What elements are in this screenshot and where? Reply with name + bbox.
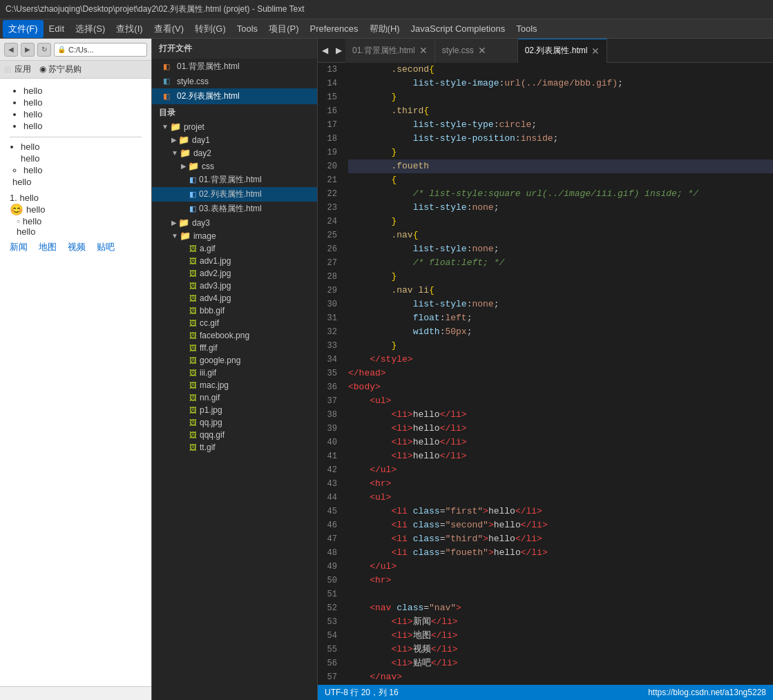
tree-file-adv3[interactable]: 🖼adv3.jpg bbox=[152, 280, 317, 292]
tree-file-p1[interactable]: 🖼p1.jpg bbox=[152, 404, 317, 416]
tree-file-nn[interactable]: 🖼nn.gif bbox=[152, 391, 317, 404]
code-area[interactable]: .second{ list-style-image:url(../image/b… bbox=[343, 63, 773, 685]
code-line-35: </head> bbox=[348, 367, 773, 380]
tree-file-qq[interactable]: 🖼qq.jpg bbox=[152, 416, 317, 429]
menu-view[interactable]: 查看(V) bbox=[149, 20, 189, 38]
refresh-button[interactable]: ↻ bbox=[37, 43, 51, 57]
tree-item-label: iii.gif bbox=[200, 368, 216, 378]
code-line-49: </ul> bbox=[348, 560, 773, 574]
tree-item-label: facebook.png bbox=[200, 331, 249, 340]
open-file-02[interactable]: ◧ 02.列表属性.html bbox=[152, 88, 317, 104]
tree-item-label: tt.gif bbox=[200, 443, 216, 452]
img-icon: 🖼 bbox=[189, 319, 197, 327]
tree-file-01bg[interactable]: ◧ 01.背景属性.html bbox=[152, 173, 317, 187]
tab-02list[interactable]: 02.列表属性.html ✕ bbox=[518, 39, 608, 63]
tree-item-label: day3 bbox=[192, 218, 210, 228]
ul-styled: hello hello hello hello bbox=[10, 142, 142, 187]
code-line-45: <li class="first">hello</li> bbox=[348, 505, 773, 518]
chevron-down-icon3: ▼ bbox=[171, 232, 178, 240]
tree-file-03table[interactable]: ◧ 03.表格属性.html bbox=[152, 202, 317, 216]
ul-basic: hello hello hello hello bbox=[23, 86, 142, 131]
list-item-first: hello bbox=[21, 142, 142, 152]
code-line-14: list-style-image:url(../image/bbb.gif); bbox=[348, 77, 773, 90]
nav-link-news[interactable]: 新闻 bbox=[10, 241, 28, 253]
tab-prev-button[interactable]: ◀ bbox=[318, 39, 332, 63]
menu-preferences[interactable]: Preferences bbox=[304, 21, 363, 37]
code-line-56: <li>贴吧</li> bbox=[348, 657, 773, 670]
nav-link-map[interactable]: 地图 bbox=[39, 241, 57, 253]
tree-projet[interactable]: ▼ 📁 projet bbox=[152, 120, 317, 133]
html-file-icon: ◧ bbox=[163, 62, 174, 72]
open-file-01-name: 01.背景属性.html bbox=[177, 61, 240, 72]
tree-day3[interactable]: ▶ 📁 day3 bbox=[152, 216, 317, 229]
back-button[interactable]: ◀ bbox=[4, 43, 18, 57]
tab-close-01[interactable]: ✕ bbox=[419, 45, 428, 56]
list-item: hello bbox=[23, 86, 142, 96]
tree-day1[interactable]: ▶ 📁 day1 bbox=[152, 133, 317, 146]
folder-icon: 📁 bbox=[180, 148, 191, 158]
chevron-right-icon: ▶ bbox=[171, 136, 177, 144]
tree-file-iii[interactable]: 🖼iii.gif bbox=[152, 367, 317, 379]
menu-js-completions[interactable]: JavaScript Completions bbox=[405, 21, 511, 37]
menu-goto[interactable]: 转到(G) bbox=[189, 20, 231, 38]
tree-file-bbb[interactable]: 🖼bbb.gif bbox=[152, 304, 317, 317]
menu-file[interactable]: 文件(F) bbox=[3, 20, 44, 38]
menu-help[interactable]: 帮助(H) bbox=[364, 20, 405, 38]
tab-close-style[interactable]: ✕ bbox=[478, 45, 486, 56]
code-line-15: } bbox=[348, 90, 773, 104]
open-file-style[interactable]: ◧ style.css bbox=[152, 75, 317, 88]
ordered-section: 1. hello 😊 hello ○ hello hello bbox=[10, 193, 142, 237]
tree-file-cc[interactable]: 🖼cc.gif bbox=[152, 317, 317, 329]
tree-file-adv2[interactable]: 🖼adv2.jpg bbox=[152, 267, 317, 280]
open-file-01[interactable]: ◧ 01.背景属性.html bbox=[152, 59, 317, 75]
tree-file-mac[interactable]: 🖼mac.jpg bbox=[152, 379, 317, 391]
menu-project[interactable]: 项目(P) bbox=[263, 20, 304, 38]
img-icon: 🖼 bbox=[189, 393, 197, 402]
tree-day2[interactable]: ▼ 📁 day2 bbox=[152, 146, 317, 159]
tree-file-qqq[interactable]: 🖼qqq.gif bbox=[152, 429, 317, 441]
dir-label: 目录 bbox=[152, 104, 317, 120]
tree-file-fff[interactable]: 🖼fff.gif bbox=[152, 342, 317, 354]
tree-file-tt[interactable]: 🖼tt.gif bbox=[152, 441, 317, 454]
code-line-24: } bbox=[348, 215, 773, 229]
code-line-16: .third{ bbox=[348, 104, 773, 118]
code-line-28: } bbox=[348, 270, 773, 284]
forward-button[interactable]: ▶ bbox=[21, 43, 35, 57]
tree-item-label: 01.背景属性.html bbox=[199, 174, 262, 186]
code-line-38: <li>hello</li> bbox=[348, 408, 773, 422]
code-line-29: .nav li{ bbox=[348, 284, 773, 298]
code-line-34: </style> bbox=[348, 353, 773, 367]
tree-image[interactable]: ▼ 📁 image bbox=[152, 229, 317, 242]
tab-close-02[interactable]: ✕ bbox=[591, 46, 600, 57]
tab-label: style.css bbox=[442, 46, 474, 55]
tree-file-adv1[interactable]: 🖼adv1.jpg bbox=[152, 255, 317, 267]
menu-select[interactable]: 选择(S) bbox=[70, 20, 111, 38]
img-icon: 🖼 bbox=[189, 331, 197, 340]
img-icon: 🖼 bbox=[189, 307, 197, 315]
tab-label: 02.列表属性.html bbox=[525, 45, 588, 57]
menu-tools[interactable]: Tools bbox=[231, 21, 263, 37]
folder-icon: 📁 bbox=[178, 135, 189, 145]
tab-next-button[interactable]: ▶ bbox=[332, 39, 345, 63]
tree-css[interactable]: ▶ 📁 css bbox=[152, 159, 317, 173]
nav-link-tieba[interactable]: 贴吧 bbox=[97, 241, 115, 253]
menu-tools2[interactable]: Tools bbox=[510, 21, 542, 37]
code-line-44: <ul> bbox=[348, 491, 773, 505]
tree-file-google[interactable]: 🖼google.png bbox=[152, 354, 317, 367]
tree-file-agif[interactable]: 🖼a.gif bbox=[152, 242, 317, 255]
tree-file-facebook[interactable]: 🖼facebook.png bbox=[152, 329, 317, 342]
address-bar[interactable]: 🔒 C:/Us... bbox=[54, 43, 147, 57]
line-numbers: 1314151617 1819202122 2324252627 2829303… bbox=[318, 63, 343, 685]
nav-link-video[interactable]: 视频 bbox=[68, 241, 86, 253]
tree-file-02list[interactable]: ◧ 02.列表属性.html bbox=[152, 187, 317, 202]
lock-icon: 🔒 bbox=[57, 46, 66, 53]
menu-find[interactable]: 查找(I) bbox=[111, 20, 148, 38]
tree-file-adv4[interactable]: 🖼adv4.jpg bbox=[152, 292, 317, 304]
menu-edit[interactable]: Edit bbox=[44, 21, 70, 37]
editor-content[interactable]: 1314151617 1819202122 2324252627 2829303… bbox=[318, 63, 773, 685]
tab-01bg[interactable]: 01.背景属性.html ✕ bbox=[345, 39, 435, 63]
code-line-19: } bbox=[348, 146, 773, 159]
img-icon: 🖼 bbox=[189, 406, 197, 414]
code-line-31: float:left; bbox=[348, 311, 773, 325]
tab-style[interactable]: style.css ✕ bbox=[435, 39, 518, 63]
